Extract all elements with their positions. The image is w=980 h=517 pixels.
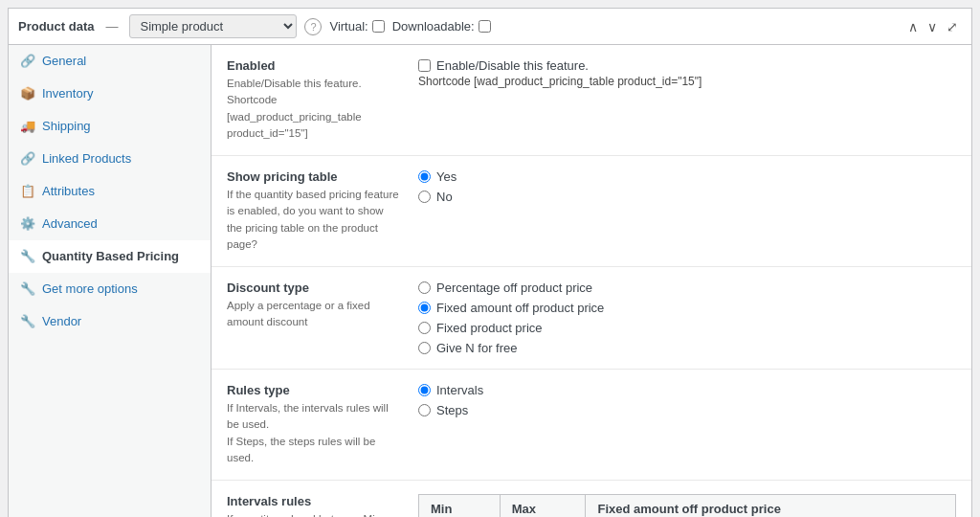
virtual-label: Virtual: bbox=[329, 19, 368, 34]
discount-label-block: Discount type Apply a percentage or a fi… bbox=[227, 281, 399, 331]
sidebar-item-label: General bbox=[42, 54, 86, 68]
product-data-panel: Product data — Simple product Grouped pr… bbox=[8, 8, 972, 517]
enabled-desc2: Shortcode bbox=[227, 92, 399, 108]
rules-steps-radio[interactable] bbox=[418, 404, 431, 416]
show-pricing-yes[interactable]: Yes bbox=[418, 169, 956, 184]
sidebar-item-label: Linked Products bbox=[42, 151, 131, 166]
show-pricing-radio-group: Yes No bbox=[418, 169, 956, 204]
virtual-checkbox[interactable] bbox=[372, 20, 385, 33]
show-pricing-table-section: Show pricing table If the quantity based… bbox=[212, 156, 971, 267]
discount-type-section: Discount type Apply a percentage or a fi… bbox=[212, 267, 971, 370]
sidebar-item-linked-products[interactable]: 🔗 Linked Products bbox=[9, 143, 211, 175]
sidebar-item-get-more-options[interactable]: 🔧 Get more options bbox=[9, 273, 211, 305]
rules-label-block: Rules type If Intervals, the intervals r… bbox=[227, 383, 399, 466]
rules-intervals[interactable]: Intervals bbox=[418, 383, 956, 397]
rules-desc2: If Steps, the steps rules will be used. bbox=[227, 434, 399, 467]
discount-percentage-label: Percentage off product price bbox=[436, 281, 592, 295]
enabled-check-row: Enable/Disable this feature. bbox=[418, 58, 956, 73]
rules-intervals-radio[interactable] bbox=[418, 384, 431, 396]
discount-fixed-product-label: Fixed product price bbox=[436, 321, 543, 335]
rules-steps-label: Steps bbox=[436, 403, 468, 417]
col-discount: Fixed amount off product price bbox=[586, 495, 956, 518]
rules-radio-group: Intervals Steps bbox=[418, 383, 956, 417]
show-pricing-yes-radio[interactable] bbox=[418, 170, 431, 183]
product-data-label: Product data bbox=[18, 19, 94, 34]
quantity-pricing-icon: 🔧 bbox=[20, 249, 35, 263]
discount-fixed-amount-label: Fixed amount off product price bbox=[436, 301, 604, 315]
intervals-title: Intervals rules bbox=[227, 494, 399, 508]
sidebar-item-label: Inventory bbox=[42, 86, 93, 101]
enabled-label-block: Enabled Enable/Disable this feature. Sho… bbox=[227, 58, 399, 142]
sidebar-item-label: Attributes bbox=[42, 184, 95, 198]
intervals-rules-section: Intervals rules If quantity ordered betw… bbox=[212, 481, 971, 517]
arrow-up-button[interactable]: ∧ bbox=[904, 17, 922, 36]
intervals-content: Min Max Fixed amount off product price A… bbox=[418, 494, 956, 517]
rules-intervals-label: Intervals bbox=[436, 383, 483, 397]
downloadable-group: Downloadable: bbox=[392, 19, 491, 34]
show-pricing-desc: If the quantity based pricing feature is… bbox=[227, 187, 399, 253]
product-data-header: Product data — Simple product Grouped pr… bbox=[9, 9, 971, 45]
sidebar-item-label: Advanced bbox=[42, 216, 98, 231]
sidebar-item-quantity-pricing[interactable]: 🔧 Quantity Based Pricing bbox=[9, 240, 211, 273]
discount-fixed-amount[interactable]: Fixed amount off product price bbox=[418, 301, 956, 315]
discount-give-n-label: Give N for free bbox=[436, 341, 518, 355]
discount-fixed-amount-radio[interactable] bbox=[418, 302, 431, 314]
get-more-icon: 🔧 bbox=[20, 281, 35, 296]
enabled-section: Enabled Enable/Disable this feature. Sho… bbox=[212, 45, 971, 156]
enabled-shortcode-desc: [wad_product_pricing_table product_id="1… bbox=[227, 109, 399, 143]
sidebar-item-vendor[interactable]: 🔧 Vendor bbox=[9, 305, 211, 338]
attributes-icon: 📋 bbox=[20, 184, 35, 198]
sidebar-item-shipping[interactable]: 🚚 Shipping bbox=[9, 110, 211, 143]
enabled-content: Enable/Disable this feature. Shortcode [… bbox=[418, 58, 956, 88]
help-icon[interactable]: ? bbox=[304, 18, 322, 35]
downloadable-label: Downloadable: bbox=[392, 19, 475, 34]
col-min: Min bbox=[419, 495, 501, 518]
discount-title: Discount type bbox=[227, 281, 399, 295]
rules-desc1: If Intervals, the intervals rules will b… bbox=[227, 400, 399, 434]
sidebar-item-general[interactable]: 🔗 General bbox=[9, 45, 211, 78]
discount-percentage-radio[interactable] bbox=[418, 281, 431, 294]
show-pricing-no-radio[interactable] bbox=[418, 191, 431, 203]
main-content: Enabled Enable/Disable this feature. Sho… bbox=[212, 45, 971, 517]
rules-title: Rules type bbox=[227, 383, 399, 397]
enabled-desc1: Enable/Disable this feature. bbox=[227, 76, 399, 92]
rules-type-section: Rules type If Intervals, the intervals r… bbox=[212, 370, 971, 481]
show-pricing-content: Yes No bbox=[418, 169, 956, 204]
rules-content: Intervals Steps bbox=[418, 383, 956, 417]
sidebar-item-label: Quantity Based Pricing bbox=[42, 249, 179, 263]
arrow-expand-button[interactable]: ⤢ bbox=[943, 17, 962, 36]
advanced-icon: ⚙️ bbox=[20, 216, 35, 231]
show-pricing-label-block: Show pricing table If the quantity based… bbox=[227, 169, 399, 253]
downloadable-checkbox[interactable] bbox=[479, 20, 491, 33]
discount-give-n-radio[interactable] bbox=[418, 342, 431, 354]
discount-fixed-product[interactable]: Fixed product price bbox=[418, 321, 956, 335]
shipping-icon: 🚚 bbox=[20, 119, 35, 133]
intervals-table: Min Max Fixed amount off product price bbox=[418, 494, 956, 517]
product-data-body: 🔗 General 📦 Inventory 🚚 Shipping 🔗 Linke… bbox=[9, 45, 971, 517]
product-type-select[interactable]: Simple product Grouped product External/… bbox=[129, 14, 297, 38]
enabled-title: Enabled bbox=[227, 58, 399, 73]
sidebar-item-label: Shipping bbox=[42, 119, 91, 133]
intervals-label-block: Intervals rules If quantity ordered betw… bbox=[227, 494, 399, 517]
enabled-checkbox-label: Enable/Disable this feature. bbox=[436, 58, 589, 73]
discount-content: Percentage off product price Fixed amoun… bbox=[418, 281, 956, 355]
enabled-checkbox[interactable] bbox=[418, 59, 431, 72]
discount-give-n[interactable]: Give N for free bbox=[418, 341, 956, 355]
col-max: Max bbox=[500, 495, 586, 518]
vendor-icon: 🔧 bbox=[20, 314, 35, 328]
sidebar-item-attributes[interactable]: 📋 Attributes bbox=[9, 175, 211, 208]
discount-radio-group: Percentage off product price Fixed amoun… bbox=[418, 281, 956, 355]
discount-fixed-product-radio[interactable] bbox=[418, 322, 431, 334]
sidebar-item-label: Vendor bbox=[42, 314, 81, 328]
sidebar-item-inventory[interactable]: 📦 Inventory bbox=[9, 78, 211, 110]
sidebar-item-advanced[interactable]: ⚙️ Advanced bbox=[9, 208, 211, 240]
arrow-down-button[interactable]: ∨ bbox=[924, 17, 941, 36]
show-pricing-no[interactable]: No bbox=[418, 190, 956, 204]
shortcode-display: Shortcode [wad_product_pricing_table pro… bbox=[418, 75, 956, 88]
rules-steps[interactable]: Steps bbox=[418, 403, 956, 417]
show-pricing-yes-label: Yes bbox=[436, 169, 457, 184]
show-pricing-no-label: No bbox=[436, 190, 453, 204]
general-icon: 🔗 bbox=[20, 54, 35, 68]
sidebar: 🔗 General 📦 Inventory 🚚 Shipping 🔗 Linke… bbox=[9, 45, 212, 517]
discount-percentage[interactable]: Percentage off product price bbox=[418, 281, 956, 295]
